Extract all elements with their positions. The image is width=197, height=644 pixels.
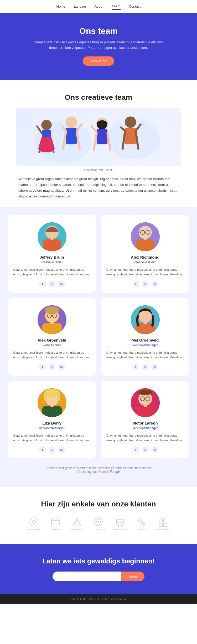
facebook-icon-victor[interactable]: f bbox=[132, 446, 139, 453]
svg-rect-11 bbox=[125, 128, 136, 144]
member-desc-jeffrey: Glavi amet ritnsl libero molestie ante u… bbox=[13, 267, 91, 277]
cta-form: Indiener bbox=[21, 572, 176, 581]
social-icons-mei: f 𝕏 ◎ bbox=[132, 364, 158, 370]
svg-point-26 bbox=[50, 321, 54, 324]
nav-team[interactable]: Team bbox=[112, 3, 121, 10]
avatar-jeffrey bbox=[38, 222, 66, 251]
clients-title: Hier zijn enkele van onze klanten bbox=[11, 500, 186, 508]
grid-caption: Glavrida voor gewone morbi tristique sen… bbox=[8, 464, 189, 479]
team-row-1: Jeffrey Bruin creatieve leider Glavi ame… bbox=[8, 215, 189, 293]
twitter-icon-alex-g[interactable]: 𝕏 bbox=[49, 364, 55, 370]
svg-rect-44 bbox=[136, 406, 155, 417]
twitter-icon-jeffrey[interactable]: 𝕏 bbox=[49, 281, 55, 287]
svg-rect-70 bbox=[164, 523, 167, 527]
team-card-alex-g: Alex Groenveld webdesigner Glavi amet ri… bbox=[8, 298, 96, 376]
svg-point-6 bbox=[66, 116, 77, 128]
cta-email-input[interactable] bbox=[53, 572, 121, 581]
svg-rect-14 bbox=[43, 239, 61, 251]
hero-button[interactable]: Lees verder bbox=[83, 56, 115, 66]
svg-point-15 bbox=[50, 237, 54, 240]
svg-rect-25 bbox=[42, 323, 62, 334]
client-logo-1: Company bbox=[27, 517, 41, 531]
svg-point-10 bbox=[125, 116, 136, 128]
cta-submit-button[interactable]: Indiener bbox=[121, 572, 145, 581]
svg-rect-41 bbox=[57, 393, 60, 401]
member-name-alex-g: Alex Groenveld bbox=[37, 338, 66, 342]
member-name-jeffrey: Jeffrey Bruin bbox=[40, 255, 64, 259]
svg-line-64 bbox=[139, 519, 146, 524]
twitter-icon-mei[interactable]: 𝕏 bbox=[142, 364, 149, 370]
creative-description: We believe great organisations deserve g… bbox=[16, 176, 181, 199]
member-desc-alex-r: Glavi amet ritnsl libero molestie ante u… bbox=[106, 267, 184, 277]
navigation: Home Landing About Team Contact bbox=[0, 0, 197, 13]
freepik-link-2[interactable]: Freepik bbox=[110, 470, 120, 474]
social-icons-liza: f 𝕏 ◎ bbox=[39, 446, 65, 453]
clients-logos: Company Company Company bbox=[11, 517, 186, 531]
instagram-icon-alex-r[interactable]: ◎ bbox=[151, 281, 158, 287]
svg-point-19 bbox=[144, 237, 147, 240]
member-name-mei: Mei Groenveld bbox=[132, 338, 159, 342]
twitter-icon-victor[interactable]: 𝕏 bbox=[142, 446, 149, 453]
avatar-liza bbox=[38, 388, 66, 417]
team-grid: Jeffrey Bruin creatieve leider Glavi ame… bbox=[0, 207, 197, 487]
client-logo-7: Company bbox=[156, 517, 170, 531]
social-icons-alex-r: f 𝕏 ◎ bbox=[132, 281, 158, 287]
member-role-victor: verkoopsmanager bbox=[132, 426, 158, 430]
client-logo-2: Company bbox=[49, 517, 62, 531]
member-desc-liza: Glavi amet ritnsl libero molestie ante u… bbox=[13, 433, 91, 443]
facebook-icon-mei[interactable]: f bbox=[132, 364, 139, 370]
member-name-alex-r: Alex Richmond bbox=[131, 255, 159, 259]
instagram-icon-mei[interactable]: ◎ bbox=[151, 364, 158, 370]
member-desc-mei: Glavi amet ritnsl libero molestie ante u… bbox=[106, 350, 184, 360]
twitter-icon-liza[interactable]: 𝕏 bbox=[49, 446, 55, 453]
instagram-icon-victor[interactable]: ◎ bbox=[151, 446, 158, 453]
svg-rect-7 bbox=[66, 128, 77, 144]
member-role-jeffrey: creatieve leider bbox=[41, 260, 63, 264]
facebook-icon-jeffrey[interactable]: f bbox=[39, 281, 46, 287]
client-logo-5: Company bbox=[113, 517, 127, 531]
clients-section: Hier zijn enkele van onze klanten Compan… bbox=[0, 487, 197, 544]
svg-rect-9 bbox=[97, 129, 107, 144]
hero-description: Sample text. Click to Egestas egestas fr… bbox=[32, 40, 165, 51]
svg-point-45 bbox=[143, 404, 147, 407]
cta-title: Laten we iets geweldigs beginnen! bbox=[21, 557, 176, 565]
avatar-alex-groenveld bbox=[38, 305, 66, 334]
instagram-icon-jeffrey[interactable]: ◎ bbox=[58, 281, 65, 287]
social-icons-alex-g: f 𝕏 ◎ bbox=[39, 364, 65, 370]
creative-section: Ons creatieve team bbox=[0, 80, 197, 207]
facebook-icon-liza[interactable]: f bbox=[39, 446, 46, 453]
member-name-victor: Victor Larson bbox=[132, 421, 158, 425]
social-icons-victor: f 𝕏 ◎ bbox=[132, 446, 158, 453]
svg-rect-68 bbox=[164, 519, 167, 522]
team-card-victor: Victor Larson verkoopsmanager Glavi amet… bbox=[101, 381, 189, 459]
svg-point-59 bbox=[98, 521, 99, 523]
nav-about[interactable]: About bbox=[95, 3, 103, 9]
svg-rect-69 bbox=[159, 523, 163, 527]
facebook-icon-alex-g[interactable]: f bbox=[39, 364, 46, 370]
nav-home[interactable]: Home bbox=[56, 3, 66, 9]
member-role-mei: verkoopsmanager bbox=[132, 343, 158, 347]
creative-title: Ons creatieve team bbox=[16, 93, 181, 102]
nav-contact[interactable]: Contact bbox=[129, 3, 141, 9]
instagram-icon-alex-g[interactable]: ◎ bbox=[58, 364, 65, 370]
member-role-alex-r: creatieve leider bbox=[134, 260, 156, 264]
svg-rect-40 bbox=[44, 393, 47, 401]
team-card-alex-r: Alex Richmond creatieve leider Glavi ame… bbox=[101, 215, 189, 293]
hero-title: Ons team bbox=[32, 26, 165, 36]
illustration-caption: Afbeelding van Freepik bbox=[16, 168, 181, 171]
hero-section: Ons team Sample text. Click to Egestas e… bbox=[0, 13, 197, 80]
footer-text: Sample text. Click to select the Text El… bbox=[70, 598, 127, 601]
twitter-icon-alex-r[interactable]: 𝕏 bbox=[142, 281, 149, 287]
svg-rect-18 bbox=[136, 239, 154, 251]
member-desc-victor: Glavi amet ritnsl libero molestie ante u… bbox=[106, 433, 184, 443]
nav-landing[interactable]: Landing bbox=[74, 3, 86, 9]
instagram-icon-liza[interactable]: ◎ bbox=[58, 446, 65, 453]
member-desc-alex-g: Glavi amet ritnsl libero molestie ante u… bbox=[13, 350, 91, 360]
client-logo-6: Company bbox=[135, 517, 148, 531]
svg-rect-60 bbox=[116, 519, 124, 525]
team-card-mei: Mei Groenveld verkoopsmanager Glavi amet… bbox=[101, 298, 189, 376]
member-name-liza: Liza Berry bbox=[42, 421, 61, 425]
member-role-liza: verkoopsmanager bbox=[39, 426, 64, 430]
team-illustration bbox=[16, 108, 181, 166]
facebook-icon-alex-r[interactable]: f bbox=[132, 281, 139, 287]
